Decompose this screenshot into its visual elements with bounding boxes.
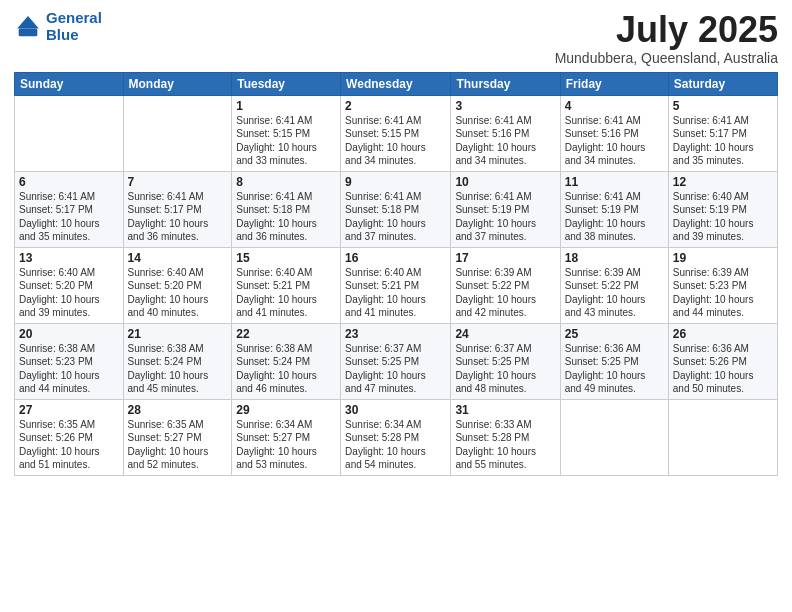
calendar-cell: 19Sunrise: 6:39 AMSunset: 5:23 PMDayligh… (668, 247, 777, 323)
calendar-cell: 10Sunrise: 6:41 AMSunset: 5:19 PMDayligh… (451, 171, 560, 247)
day-header-monday: Monday (123, 72, 232, 95)
day-number: 3 (455, 99, 555, 113)
day-number: 29 (236, 403, 336, 417)
cell-content: Sunrise: 6:41 AMSunset: 5:17 PMDaylight:… (673, 114, 773, 168)
calendar-cell (123, 95, 232, 171)
cell-content: Sunrise: 6:41 AMSunset: 5:16 PMDaylight:… (565, 114, 664, 168)
day-number: 8 (236, 175, 336, 189)
day-number: 2 (345, 99, 446, 113)
cell-content: Sunrise: 6:39 AMSunset: 5:22 PMDaylight:… (455, 266, 555, 320)
day-number: 20 (19, 327, 119, 341)
calendar-cell: 22Sunrise: 6:38 AMSunset: 5:24 PMDayligh… (232, 323, 341, 399)
calendar-cell: 5Sunrise: 6:41 AMSunset: 5:17 PMDaylight… (668, 95, 777, 171)
day-number: 30 (345, 403, 446, 417)
calendar-cell (15, 95, 124, 171)
cell-content: Sunrise: 6:38 AMSunset: 5:24 PMDaylight:… (128, 342, 228, 396)
cell-content: Sunrise: 6:36 AMSunset: 5:26 PMDaylight:… (673, 342, 773, 396)
svg-marker-0 (17, 16, 39, 28)
logo: General Blue (14, 10, 102, 43)
calendar-cell: 13Sunrise: 6:40 AMSunset: 5:20 PMDayligh… (15, 247, 124, 323)
cell-content: Sunrise: 6:41 AMSunset: 5:19 PMDaylight:… (455, 190, 555, 244)
calendar-cell: 1Sunrise: 6:41 AMSunset: 5:15 PMDaylight… (232, 95, 341, 171)
calendar-cell: 8Sunrise: 6:41 AMSunset: 5:18 PMDaylight… (232, 171, 341, 247)
calendar-cell: 7Sunrise: 6:41 AMSunset: 5:17 PMDaylight… (123, 171, 232, 247)
cell-content: Sunrise: 6:37 AMSunset: 5:25 PMDaylight:… (455, 342, 555, 396)
page: General Blue July 2025 Mundubbera, Queen… (0, 0, 792, 612)
cell-content: Sunrise: 6:38 AMSunset: 5:24 PMDaylight:… (236, 342, 336, 396)
calendar-cell: 14Sunrise: 6:40 AMSunset: 5:20 PMDayligh… (123, 247, 232, 323)
day-number: 12 (673, 175, 773, 189)
day-number: 11 (565, 175, 664, 189)
day-number: 21 (128, 327, 228, 341)
calendar-table: SundayMondayTuesdayWednesdayThursdayFrid… (14, 72, 778, 476)
day-number: 1 (236, 99, 336, 113)
calendar-cell: 30Sunrise: 6:34 AMSunset: 5:28 PMDayligh… (341, 399, 451, 475)
logo-line1: General (46, 10, 102, 27)
cell-content: Sunrise: 6:41 AMSunset: 5:19 PMDaylight:… (565, 190, 664, 244)
calendar-cell: 18Sunrise: 6:39 AMSunset: 5:22 PMDayligh… (560, 247, 668, 323)
day-number: 25 (565, 327, 664, 341)
calendar-cell: 28Sunrise: 6:35 AMSunset: 5:27 PMDayligh… (123, 399, 232, 475)
cell-content: Sunrise: 6:33 AMSunset: 5:28 PMDaylight:… (455, 418, 555, 472)
week-row-3: 13Sunrise: 6:40 AMSunset: 5:20 PMDayligh… (15, 247, 778, 323)
calendar-cell: 15Sunrise: 6:40 AMSunset: 5:21 PMDayligh… (232, 247, 341, 323)
day-number: 19 (673, 251, 773, 265)
title-block: July 2025 Mundubbera, Queensland, Austra… (555, 10, 778, 66)
day-header-friday: Friday (560, 72, 668, 95)
day-header-sunday: Sunday (15, 72, 124, 95)
svg-rect-1 (19, 28, 38, 36)
cell-content: Sunrise: 6:41 AMSunset: 5:17 PMDaylight:… (19, 190, 119, 244)
day-number: 7 (128, 175, 228, 189)
cell-content: Sunrise: 6:34 AMSunset: 5:27 PMDaylight:… (236, 418, 336, 472)
calendar-cell: 21Sunrise: 6:38 AMSunset: 5:24 PMDayligh… (123, 323, 232, 399)
cell-content: Sunrise: 6:40 AMSunset: 5:21 PMDaylight:… (345, 266, 446, 320)
cell-content: Sunrise: 6:39 AMSunset: 5:23 PMDaylight:… (673, 266, 773, 320)
cell-content: Sunrise: 6:35 AMSunset: 5:26 PMDaylight:… (19, 418, 119, 472)
day-number: 22 (236, 327, 336, 341)
day-number: 15 (236, 251, 336, 265)
cell-content: Sunrise: 6:34 AMSunset: 5:28 PMDaylight:… (345, 418, 446, 472)
cell-content: Sunrise: 6:41 AMSunset: 5:18 PMDaylight:… (345, 190, 446, 244)
calendar-cell: 16Sunrise: 6:40 AMSunset: 5:21 PMDayligh… (341, 247, 451, 323)
calendar-cell: 24Sunrise: 6:37 AMSunset: 5:25 PMDayligh… (451, 323, 560, 399)
cell-content: Sunrise: 6:41 AMSunset: 5:16 PMDaylight:… (455, 114, 555, 168)
day-number: 27 (19, 403, 119, 417)
calendar-cell: 27Sunrise: 6:35 AMSunset: 5:26 PMDayligh… (15, 399, 124, 475)
logo-icon (14, 13, 42, 41)
day-number: 17 (455, 251, 555, 265)
day-header-wednesday: Wednesday (341, 72, 451, 95)
calendar-cell: 29Sunrise: 6:34 AMSunset: 5:27 PMDayligh… (232, 399, 341, 475)
calendar-cell: 17Sunrise: 6:39 AMSunset: 5:22 PMDayligh… (451, 247, 560, 323)
day-number: 4 (565, 99, 664, 113)
calendar-cell: 26Sunrise: 6:36 AMSunset: 5:26 PMDayligh… (668, 323, 777, 399)
day-number: 9 (345, 175, 446, 189)
cell-content: Sunrise: 6:40 AMSunset: 5:19 PMDaylight:… (673, 190, 773, 244)
logo-line2: Blue (46, 27, 102, 44)
day-number: 16 (345, 251, 446, 265)
subtitle: Mundubbera, Queensland, Australia (555, 50, 778, 66)
calendar-cell (668, 399, 777, 475)
day-number: 23 (345, 327, 446, 341)
day-number: 5 (673, 99, 773, 113)
header-row: SundayMondayTuesdayWednesdayThursdayFrid… (15, 72, 778, 95)
calendar-cell: 3Sunrise: 6:41 AMSunset: 5:16 PMDaylight… (451, 95, 560, 171)
calendar-cell: 31Sunrise: 6:33 AMSunset: 5:28 PMDayligh… (451, 399, 560, 475)
cell-content: Sunrise: 6:40 AMSunset: 5:20 PMDaylight:… (19, 266, 119, 320)
day-number: 6 (19, 175, 119, 189)
cell-content: Sunrise: 6:41 AMSunset: 5:15 PMDaylight:… (345, 114, 446, 168)
cell-content: Sunrise: 6:36 AMSunset: 5:25 PMDaylight:… (565, 342, 664, 396)
header: General Blue July 2025 Mundubbera, Queen… (14, 10, 778, 66)
day-header-tuesday: Tuesday (232, 72, 341, 95)
calendar-cell: 4Sunrise: 6:41 AMSunset: 5:16 PMDaylight… (560, 95, 668, 171)
cell-content: Sunrise: 6:40 AMSunset: 5:20 PMDaylight:… (128, 266, 228, 320)
calendar-cell: 25Sunrise: 6:36 AMSunset: 5:25 PMDayligh… (560, 323, 668, 399)
calendar-cell: 12Sunrise: 6:40 AMSunset: 5:19 PMDayligh… (668, 171, 777, 247)
day-number: 18 (565, 251, 664, 265)
main-title: July 2025 (555, 10, 778, 50)
calendar-cell: 11Sunrise: 6:41 AMSunset: 5:19 PMDayligh… (560, 171, 668, 247)
day-number: 31 (455, 403, 555, 417)
calendar-cell: 20Sunrise: 6:38 AMSunset: 5:23 PMDayligh… (15, 323, 124, 399)
day-number: 10 (455, 175, 555, 189)
day-number: 24 (455, 327, 555, 341)
week-row-5: 27Sunrise: 6:35 AMSunset: 5:26 PMDayligh… (15, 399, 778, 475)
